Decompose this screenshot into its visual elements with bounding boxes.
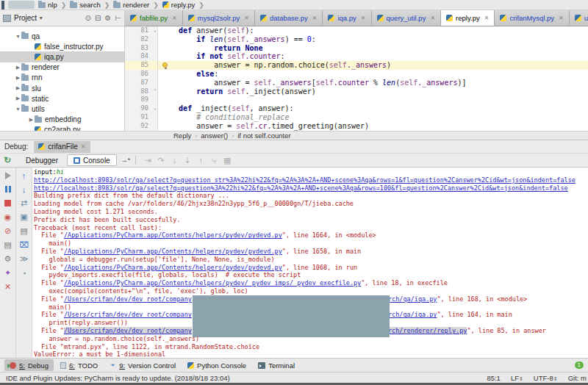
- close-icon[interactable]: ✕: [559, 15, 564, 21]
- breadcrumb-item-nlp[interactable]: nlp: [37, 1, 59, 9]
- pin-icon[interactable]: ✦: [3, 268, 13, 278]
- show-command-line-icon[interactable]: ≫: [19, 254, 29, 264]
- soft-wrap-icon[interactable]: ⇄: [19, 198, 29, 208]
- settings-icon[interactable]: ⚙: [104, 14, 111, 22]
- tree-arrow-icon[interactable]: ▼: [15, 34, 21, 39]
- fold-marker-icon[interactable]: ⌄: [154, 104, 157, 113]
- code-editor[interactable]: 81⌄ def answer(self):82 if len(self._ans…: [125, 26, 588, 131]
- pause-icon[interactable]: [3, 184, 13, 194]
- close-icon[interactable]: ✕: [172, 15, 177, 21]
- tree-item-false_instructorpy[interactable]: false_instructor.py: [0, 41, 124, 51]
- toolwindow-button-version-control[interactable]: 9:Version Control: [104, 359, 181, 371]
- console-file-link[interactable]: rch/qa/iqa.py: [388, 311, 437, 318]
- fold-marker-icon[interactable]: ⌃: [154, 87, 157, 96]
- evaluate-expression-icon[interactable]: ▦: [220, 156, 234, 165]
- view-breakpoints-icon[interactable]: ◉: [3, 212, 13, 222]
- settings-icon[interactable]: ⚙: [3, 254, 13, 264]
- event-log-badge[interactable]: 1: [575, 361, 584, 369]
- step-out-icon[interactable]: ↑: [194, 156, 207, 165]
- mute-breakpoints-icon[interactable]: ⊘: [3, 226, 13, 236]
- tab-query_utilpy[interactable]: query_util.py✕: [372, 10, 442, 26]
- encoding-selector[interactable]: UTF-8⇕: [534, 374, 558, 382]
- fold-marker-icon[interactable]: ⌄: [154, 26, 157, 35]
- tree-item-slu[interactable]: ▶slu: [0, 83, 124, 93]
- tab-fabfilepy[interactable]: fabfile.py✕: [125, 10, 183, 26]
- tab-update_topicp[interactable]: update_topic.p✕: [570, 10, 588, 26]
- tab-replypy[interactable]: reply.py✕: [441, 10, 495, 26]
- tree-arrow-icon[interactable]: ▼: [15, 107, 21, 112]
- line-ending-selector[interactable]: LF⇕: [511, 374, 523, 382]
- resume-icon[interactable]: [3, 170, 13, 180]
- close-icon[interactable]: ✕: [484, 15, 490, 21]
- tab-debugger[interactable]: Debugger: [20, 154, 64, 166]
- close-icon[interactable]: ✕: [430, 15, 435, 21]
- tab-console[interactable]: Console: [67, 154, 117, 166]
- console-file-link[interactable]: http://localhost:8983/solr/qa/select?q=q…: [34, 184, 568, 192]
- tab-databasepy[interactable]: database.py✕: [255, 10, 323, 26]
- breadcrumb-item-search[interactable]: search: [68, 1, 102, 9]
- tree-item-utils[interactable]: ▼utils: [0, 104, 124, 114]
- stop-icon[interactable]: [3, 198, 13, 208]
- console-file-link[interactable]: http://localhost:8983/solr/qa/select?q=q…: [34, 176, 576, 184]
- restore-layout-icon[interactable]: ▤: [3, 240, 13, 250]
- close-icon[interactable]: ✕: [312, 15, 318, 21]
- chevron-down-icon[interactable]: ▼: [38, 15, 43, 21]
- debug-session-tab[interactable]: crifanFile ✕: [34, 141, 90, 153]
- editor-breadcrumb-item[interactable]: Reply: [173, 132, 191, 140]
- down-the-stack-trace-icon[interactable]: ↓: [19, 184, 29, 194]
- collapse-all-icon[interactable]: ⊟: [95, 14, 101, 22]
- tree-item-rnn[interactable]: ▶rnn: [0, 73, 124, 83]
- breadcrumb-item-renderer[interactable]: renderer: [112, 1, 151, 9]
- browse-history-icon[interactable]: ◔: [19, 268, 29, 278]
- editor-breadcrumb-item[interactable]: answer(): [201, 132, 228, 140]
- hide-panel-icon[interactable]: ⊢: [115, 14, 121, 22]
- run-to-cursor-icon[interactable]: ⤷: [207, 156, 220, 165]
- tree-item-qa[interactable]: ▼qa: [0, 31, 124, 41]
- tree-arrow-icon[interactable]: ▶: [28, 117, 35, 123]
- tab-mysql2solrpy[interactable]: mysql2solr.py✕: [183, 10, 255, 26]
- console-file-link[interactable]: rch/qa/iqa.py: [388, 295, 437, 303]
- caret-position[interactable]: 85:1: [487, 374, 501, 382]
- locate-icon[interactable]: ⊙: [85, 14, 91, 22]
- print-icon[interactable]: ▤: [19, 226, 29, 236]
- tree-arrow-icon[interactable]: ▶: [15, 96, 21, 101]
- step-into-my-code-icon[interactable]: ⇣: [181, 156, 194, 165]
- project-tree[interactable]: ▼qafalse_instructor.pyiqa.py▶renderer▶rn…: [0, 26, 125, 140]
- close-icon[interactable]: ✕: [361, 15, 366, 21]
- show-execution-point-icon[interactable]: ⇥: [141, 156, 154, 165]
- vcs-branch[interactable]: Git: m: [568, 374, 587, 382]
- clear-all-icon[interactable]: ⌧: [19, 240, 29, 250]
- close-icon[interactable]: ✕: [244, 15, 249, 21]
- toolwindow-button-todo[interactable]: 6:TODO: [55, 359, 103, 371]
- up-the-stack-trace-icon[interactable]: ↑: [19, 170, 29, 180]
- tab-crifanMysqlpy[interactable]: crifanMysql.py✕: [495, 10, 569, 26]
- debug-console-output[interactable]: input:hihttp://localhost:8983/solr/qa/se…: [32, 168, 588, 358]
- console-file-link[interactable]: /Users/crifan/dev/dev_root/company: [64, 311, 192, 318]
- editor-breadcrumb-item[interactable]: if not self.counter: [237, 132, 290, 140]
- console-file-link[interactable]: /Applications/PyCharm.app/Contents/helpe…: [64, 279, 361, 287]
- step-into-icon[interactable]: ↓: [168, 156, 181, 165]
- console-file-link[interactable]: rch/renderer/reply.py: [388, 327, 467, 334]
- close-icon[interactable]: ✕: [3, 282, 13, 292]
- console-file-link[interactable]: /Users/crifan/dev/dev_root/company: [64, 295, 192, 303]
- tree-item-embedding[interactable]: ▶embedding: [0, 115, 124, 125]
- tree-arrow-icon[interactable]: ▶: [15, 65, 21, 71]
- step-over-icon[interactable]: ↷: [154, 156, 168, 165]
- breadcrumb-item-replypy[interactable]: reply.py: [161, 1, 197, 9]
- toolwindow-button-python-console[interactable]: Python Console: [182, 359, 251, 371]
- console-file-link[interactable]: /Applications/PyCharm.app/Contents/helpe…: [64, 248, 282, 255]
- console-file-link[interactable]: /Users/crifan/dev/dev_root/company: [64, 327, 192, 334]
- close-icon[interactable]: ✕: [81, 143, 86, 150]
- console-file-link[interactable]: /Applications/PyCharm.app/Contents/helpe…: [64, 231, 282, 239]
- toolwindow-button-debug[interactable]: 5:Debug: [4, 359, 54, 371]
- scroll-to-end-icon[interactable]: ▣: [19, 212, 29, 222]
- tab-iqapy[interactable]: iqa.py✕: [323, 10, 371, 26]
- rerun-icon[interactable]: ↻: [4, 155, 11, 165]
- tree-arrow-icon[interactable]: ▶: [15, 75, 21, 81]
- tree-item-iqapy[interactable]: iqa.py: [0, 51, 124, 62]
- tree-item-static[interactable]: ▶static: [0, 93, 124, 104]
- tree-item-renderer[interactable]: ▶renderer: [0, 62, 124, 73]
- console-file-link[interactable]: /Applications/PyCharm.app/Contents/helpe…: [64, 264, 282, 271]
- toolwindow-button-terminal[interactable]: Terminal: [253, 359, 300, 371]
- tree-arrow-icon[interactable]: ▶: [15, 85, 21, 91]
